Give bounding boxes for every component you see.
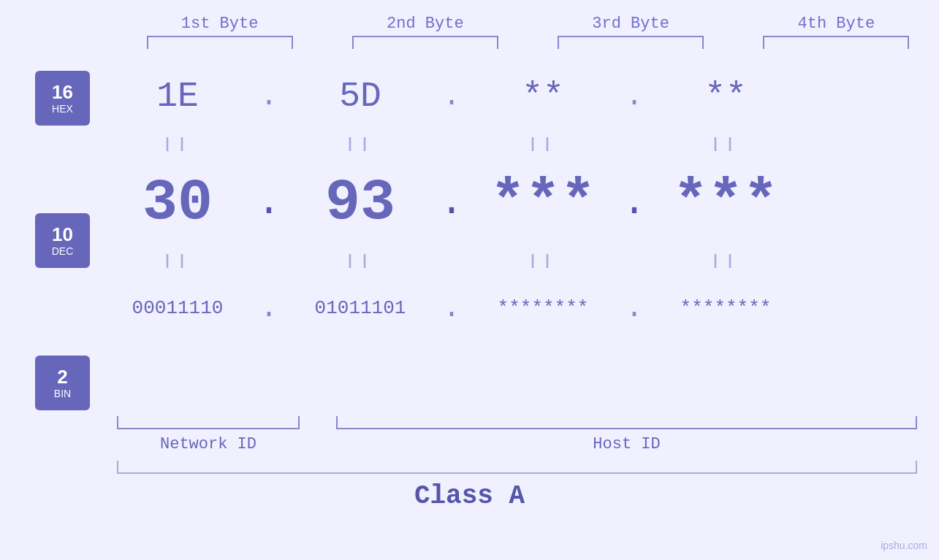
sep-row-2: || || || ||	[104, 246, 917, 275]
host-bracket	[336, 416, 917, 429]
data-grid: 1E . 5D . ** . ** || || || || 30	[104, 64, 917, 341]
byte-label-4: 4th Byte	[763, 15, 909, 33]
bin-row: 00011110 . 01011101 . ******** . *******…	[104, 275, 917, 341]
dec-badge: 10 DEC	[35, 213, 90, 268]
dec-val-4: ***	[653, 169, 799, 236]
bin-dot-2: .	[433, 292, 470, 325]
sep-2-3: ||	[470, 253, 616, 269]
full-bracket-row	[0, 461, 939, 474]
top-brackets	[0, 36, 939, 49]
bottom-brackets	[117, 416, 917, 429]
hex-val-4: **	[653, 77, 799, 116]
bin-dot-1: .	[251, 292, 287, 325]
bin-val-4: ********	[653, 297, 799, 319]
dec-dot-1: .	[251, 180, 287, 226]
hex-val-3: **	[470, 77, 616, 116]
host-id-label: Host ID	[336, 435, 917, 453]
dec-badge-label: DEC	[52, 245, 74, 257]
hex-badge: 16 HEX	[35, 71, 90, 126]
sep-1-4: ||	[653, 136, 799, 153]
bin-dot-3: .	[616, 292, 653, 325]
sep-2-4: ||	[653, 253, 799, 269]
byte-headers: 1st Byte 2nd Byte 3rd Byte 4th Byte	[0, 0, 939, 33]
sep-2-1: ||	[104, 253, 251, 269]
sep-1-1: ||	[104, 136, 251, 153]
top-bracket-2	[352, 36, 498, 49]
top-bracket-3	[558, 36, 704, 49]
hex-dot-1: .	[251, 80, 287, 113]
hex-dot-2: .	[433, 80, 470, 113]
bin-badge-number: 2	[57, 367, 67, 388]
dec-val-1: 30	[104, 169, 251, 236]
bin-val-2: 01011101	[287, 297, 433, 319]
main-container: 1st Byte 2nd Byte 3rd Byte 4th Byte 16 H…	[0, 0, 939, 560]
bottom-area: Network ID Host ID	[0, 416, 939, 453]
bracket-labels: Network ID Host ID	[117, 435, 917, 453]
bin-badge-label: BIN	[54, 388, 71, 399]
byte-label-1: 1st Byte	[147, 15, 293, 33]
top-bracket-1	[147, 36, 293, 49]
dec-val-3: ***	[470, 169, 616, 236]
watermark: ipshu.com	[881, 540, 927, 551]
hex-badge-number: 16	[52, 82, 73, 103]
hex-val-2: 5D	[287, 77, 433, 116]
full-bracket	[117, 461, 917, 474]
byte-label-2: 2nd Byte	[352, 15, 498, 33]
byte-label-3: 3rd Byte	[558, 15, 704, 33]
class-label: Class A	[0, 481, 939, 511]
bin-val-3: ********	[470, 297, 616, 319]
hex-val-1: 1E	[104, 77, 251, 116]
hex-dot-3: .	[616, 80, 653, 113]
dec-dot-3: .	[616, 180, 653, 226]
dec-badge-number: 10	[52, 224, 73, 245]
sep-row-1: || || || ||	[104, 129, 917, 158]
bin-val-1: 00011110	[104, 297, 251, 319]
bin-badge: 2 BIN	[35, 356, 90, 410]
label-gap	[300, 435, 336, 453]
network-id-label: Network ID	[117, 435, 300, 453]
sep-1-2: ||	[287, 136, 433, 153]
dec-row: 30 . 93 . *** . ***	[104, 158, 917, 246]
network-bracket	[117, 416, 300, 429]
hex-badge-label: HEX	[52, 103, 73, 115]
sep-1-3: ||	[470, 136, 616, 153]
hex-row: 1E . 5D . ** . **	[104, 64, 917, 129]
dec-dot-2: .	[433, 180, 470, 226]
top-bracket-4	[763, 36, 909, 49]
sep-2-2: ||	[287, 253, 433, 269]
badges-column: 16 HEX 10 DEC 2 BIN	[0, 64, 90, 410]
main-content: 16 HEX 10 DEC 2 BIN 1E . 5D . **	[0, 64, 939, 410]
dec-val-2: 93	[287, 169, 433, 236]
